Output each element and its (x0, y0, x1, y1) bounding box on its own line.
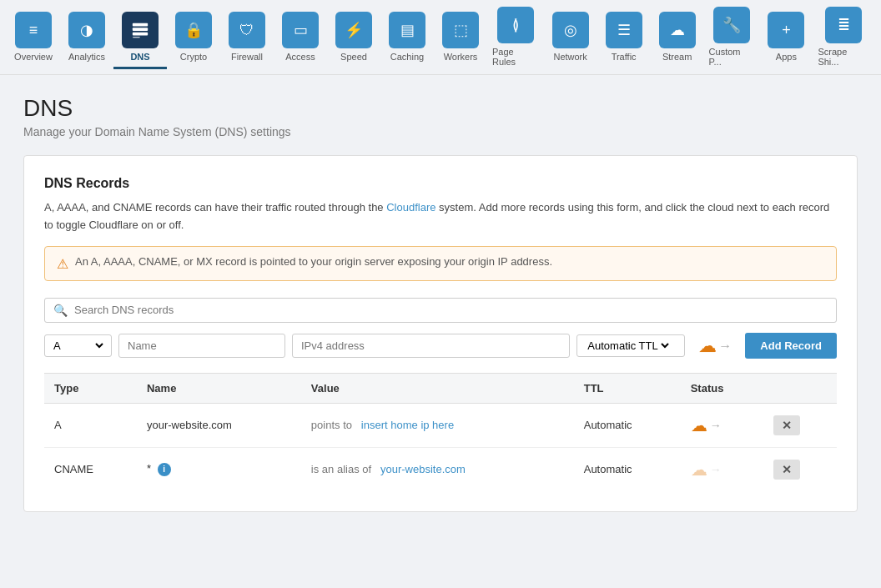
table-row: CNAME * i is an alias of your-website.co… (44, 447, 837, 491)
nav-item-speed[interactable]: ⚡ Speed (327, 5, 380, 69)
table-header-row: Type Name Value TTL Status (44, 373, 837, 403)
workers-icon: ⬚ (442, 12, 479, 48)
svg-rect-2 (133, 33, 148, 36)
nav-item-firewall[interactable]: 🛡 Firewall (220, 5, 274, 69)
nav-item-apps[interactable]: + Apps (759, 5, 813, 69)
nav-item-network[interactable]: ◎ Network (544, 5, 597, 69)
nav-label-crypto: Crypto (180, 52, 207, 62)
row2-cloud-icon: ☁ (691, 460, 707, 480)
row2-info-icon[interactable]: i (158, 463, 171, 476)
svg-rect-1 (133, 28, 148, 31)
row2-value-prefix: is an alias of (311, 463, 371, 475)
warning-box: ⚠ An A, AAAA, CNAME, or MX record is poi… (44, 246, 837, 281)
table-row: A your-website.com points to insert home… (44, 403, 837, 447)
row1-value-prefix: points to (311, 419, 352, 431)
col-header-type: Type (44, 373, 137, 403)
analytics-icon: ◑ (68, 12, 105, 48)
nav-item-caching[interactable]: ▤ Caching (380, 5, 434, 69)
cloudflare-toggle-btn[interactable]: ☁ → (692, 333, 738, 359)
speed-icon: ⚡ (335, 12, 372, 48)
row2-cloud-status[interactable]: ☁ → (691, 460, 754, 480)
type-select[interactable]: A AAAA CNAME MX TXT (50, 339, 106, 353)
nav-item-stream[interactable]: ☁ Stream (651, 5, 704, 69)
nav-label-caching: Caching (390, 52, 424, 62)
search-input[interactable] (74, 304, 828, 316)
nav-item-workers[interactable]: ⬚ Workers (434, 5, 487, 69)
type-select-wrap: A AAAA CNAME MX TXT (44, 334, 112, 357)
row2-name: * i (137, 447, 301, 491)
dns-icon (122, 12, 159, 48)
nav-label-network: Network (553, 52, 586, 62)
nav-item-traffic[interactable]: ☰ Traffic (597, 5, 651, 69)
nav-item-customp[interactable]: 🔧 Custom P... (704, 0, 760, 74)
nav-label-apps: Apps (776, 52, 797, 62)
crypto-icon: 🔒 (175, 12, 212, 48)
nav-item-overview[interactable]: ≡ Overview (7, 5, 60, 69)
nav-label-traffic: Traffic (612, 52, 637, 62)
dns-records-table: Type Name Value TTL Status A your-websit… (44, 373, 837, 491)
row2-name-text: * (147, 462, 151, 475)
nav-label-access: Access (285, 52, 315, 62)
access-icon: ▭ (282, 12, 319, 48)
name-input[interactable] (118, 334, 285, 358)
scrape-icon: ≣ (825, 7, 862, 43)
nav-item-pagerules[interactable]: ≬ Page Rules (487, 0, 544, 74)
nav-item-access[interactable]: ▭ Access (274, 5, 327, 69)
row1-arrow-icon: → (710, 419, 722, 432)
nav-label-workers: Workers (444, 52, 478, 62)
col-header-name: Name (137, 373, 301, 403)
row1-status: ☁ → (681, 403, 764, 447)
add-record-button[interactable]: Add Record (745, 333, 837, 359)
col-header-status: Status (681, 373, 764, 403)
row1-cloud-icon: ☁ (691, 415, 707, 435)
nav-item-scrape[interactable]: ≣ Scrape Shi... (813, 0, 874, 74)
dns-records-card: DNS Records A, AAAA, and CNAME records c… (23, 155, 858, 512)
customp-icon: 🔧 (713, 7, 750, 43)
nav-item-crypto[interactable]: 🔒 Crypto (167, 5, 220, 69)
nav-item-dns[interactable]: DNS (113, 5, 167, 69)
ttl-select[interactable]: Automatic TTL 2 min 5 min 10 min 1 hr (584, 339, 672, 353)
traffic-icon: ☰ (606, 12, 642, 48)
value-input[interactable] (292, 334, 570, 358)
svg-rect-3 (133, 37, 140, 38)
col-header-actions (763, 373, 837, 403)
row1-delete-button[interactable]: ✕ (773, 415, 800, 435)
nav-label-scrape: Scrape Shi... (818, 47, 869, 67)
arrow-icon: → (718, 339, 732, 354)
nav-label-dns: DNS (130, 52, 149, 62)
row1-value: points to insert home ip here (301, 403, 574, 447)
row1-cloud-status[interactable]: ☁ → (691, 415, 754, 435)
cloud-icon: ☁ (698, 337, 717, 355)
row1-name: your-website.com (137, 403, 301, 447)
nav-label-overview: Overview (14, 52, 53, 62)
card-title: DNS Records (44, 176, 837, 191)
row1-value-text: insert home ip here (361, 419, 454, 431)
page-title: DNS (23, 95, 858, 122)
row2-type: CNAME (44, 447, 137, 491)
ttl-select-wrap: Automatic TTL 2 min 5 min 10 min 1 hr (576, 334, 685, 357)
network-icon: ◎ (552, 12, 589, 48)
caching-icon: ▤ (389, 12, 425, 48)
row2-delete-button[interactable]: ✕ (773, 460, 800, 480)
page-subtitle: Manage your Domain Name System (DNS) set… (23, 125, 858, 138)
warning-text: An A, AAAA, CNAME, or MX record is point… (75, 255, 552, 268)
row2-ttl: Automatic (574, 447, 681, 491)
nav-label-speed: Speed (340, 52, 367, 62)
nav-item-analytics[interactable]: ◑ Analytics (60, 5, 113, 69)
row1-type: A (44, 403, 137, 447)
nav-label-pagerules: Page Rules (492, 47, 539, 67)
overview-icon: ≡ (15, 12, 52, 48)
nav-label-analytics: Analytics (68, 52, 105, 62)
search-icon: 🔍 (53, 304, 68, 317)
stream-icon: ☁ (659, 12, 696, 48)
row2-value: is an alias of your-website.com (301, 447, 574, 491)
card-description: A, AAAA, and CNAME records can have thei… (44, 199, 837, 234)
add-record-row: A AAAA CNAME MX TXT Automatic TTL 2 min … (44, 333, 837, 359)
firewall-icon: 🛡 (229, 12, 265, 48)
svg-rect-0 (133, 23, 148, 27)
row1-delete-cell: ✕ (763, 403, 837, 447)
row2-status: ☁ → (681, 447, 764, 491)
row1-ttl: Automatic (574, 403, 681, 447)
warning-icon: ⚠ (57, 256, 68, 272)
nav-label-firewall: Firewall (231, 52, 263, 62)
